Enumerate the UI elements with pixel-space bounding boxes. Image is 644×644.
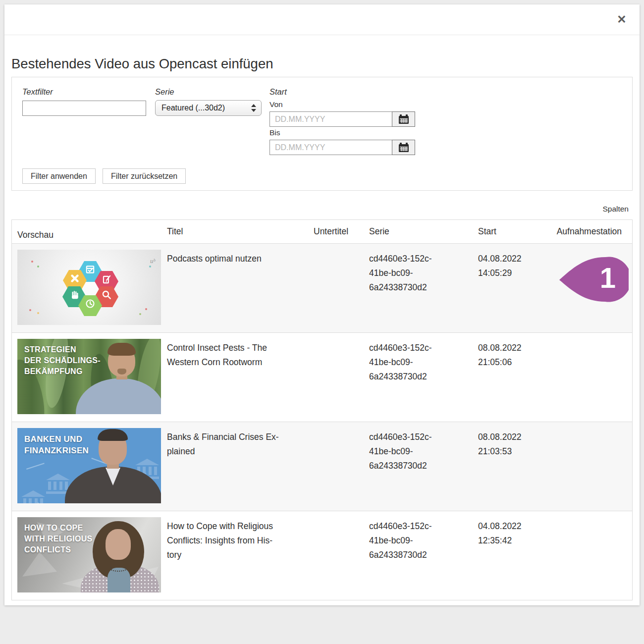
table-row[interactable]: HOW TO COPE WITH RELIGIOUS CONFLICTSHow …: [12, 511, 632, 600]
video-start: 04.08.2022 14:05:29: [478, 244, 551, 332]
decor-dot: [139, 313, 141, 315]
hand-icon: [69, 289, 80, 305]
video-start: 04.08.2022 12:35:42: [478, 511, 551, 600]
bis-calendar-button[interactable]: [392, 140, 415, 155]
filter-apply-button[interactable]: Filter anwenden: [22, 168, 96, 184]
video-serie: cd4460e3-152c- 41be-bc09- 6a24338730d2: [369, 244, 478, 332]
decor-dot: [149, 266, 151, 268]
serie-selected-value: Featured (...30d2): [161, 104, 225, 112]
video-aufnahmestation: [551, 333, 627, 422]
video-serie: cd4460e3-152c- 41be-bc09- 6a24338730d2: [369, 422, 478, 511]
filter-panel: Textfilter Serie Featured (...30d2) Star…: [11, 77, 633, 191]
serie-label: Serie: [155, 87, 174, 97]
video-untertitel: [314, 333, 369, 422]
header-titel: Titel: [167, 224, 314, 239]
decor-dot: [29, 309, 31, 311]
decor-dot: [145, 308, 147, 310]
page-title: Bestehendes Video aus Opencast einfügen: [11, 56, 273, 72]
decor-dot: [37, 266, 39, 268]
header-aufnahmestation: Aufnahmestation: [551, 224, 627, 239]
textfilter-label: Textfilter: [22, 87, 53, 97]
person-beard: [117, 369, 126, 375]
table-row[interactable]: BANKEN UND FINANZKRISENBanks & Financial…: [12, 422, 632, 511]
video-title: Control Insect Pests - The Western Corn …: [167, 333, 314, 422]
calendar-check-icon: [85, 264, 96, 279]
video-serie: cd4460e3-152c- 41be-bc09- 6a24338730d2: [369, 511, 478, 600]
x-mark-icon: [69, 273, 80, 288]
network-line: [26, 463, 45, 470]
video-thumbnail: STRATEGIEN DER SCHÄDLINGS- BEKÄMPFUNG: [17, 339, 161, 414]
video-aufnahmestation: [551, 422, 627, 511]
bis-label: Bis: [269, 128, 280, 137]
thumbnail-caption: HOW TO COPE WITH RELIGIOUS CONFLICTS: [24, 523, 93, 555]
video-start: 08.08.2022 21:05:06: [478, 333, 551, 422]
preview-cell: HOW TO COPE WITH RELIGIOUS CONFLICTS: [12, 511, 167, 600]
video-table: Vorschau Titel Untertitel Serie Start Au…: [11, 219, 633, 600]
opencast-insert-modal: ✕ Bestehendes Video aus Opencast einfüge…: [4, 4, 640, 605]
bank-icon: [21, 490, 45, 503]
necklace: [110, 567, 126, 572]
start-label: Start: [269, 87, 287, 97]
person-hair: [98, 429, 128, 441]
table-body: uᵇPodcasts optimal nutzencd4460e3-152c- …: [12, 243, 632, 600]
textfilter-input[interactable]: [22, 101, 146, 116]
select-arrows-icon: [251, 104, 256, 112]
video-title: Podcasts optimal nutzen: [167, 244, 314, 332]
video-aufnahmestation: [551, 244, 627, 332]
person-head: [106, 529, 131, 560]
header-untertitel: Untertitel: [314, 224, 369, 239]
header-start: Start: [478, 224, 551, 239]
header-serie: Serie: [369, 224, 478, 239]
decor-dot: [37, 312, 39, 314]
table-row[interactable]: uᵇPodcasts optimal nutzencd4460e3-152c- …: [12, 243, 632, 332]
preview-cell: uᵇ: [12, 244, 167, 332]
video-start: 08.08.2022 21:03:53: [478, 422, 551, 511]
close-icon[interactable]: ✕: [614, 11, 630, 27]
calendar-icon: [398, 114, 409, 124]
thumbnail-caption: BANKEN UND FINANZKRISEN: [24, 433, 89, 457]
serie-select[interactable]: Featured (...30d2): [155, 100, 262, 116]
table-row[interactable]: STRATEGIEN DER SCHÄDLINGS- BEKÄMPFUNGCon…: [12, 332, 632, 422]
video-thumbnail: HOW TO COPE WITH RELIGIOUS CONFLICTS: [17, 517, 161, 592]
von-calendar-button[interactable]: [392, 111, 415, 127]
modal-topbar: ✕: [4, 4, 640, 35]
table-header-row: Vorschau Titel Untertitel Serie Start Au…: [12, 220, 632, 243]
preview-cell: BANKEN UND FINANZKRISEN: [12, 422, 167, 511]
video-untertitel: [314, 244, 369, 332]
magnifier-icon: [101, 289, 112, 305]
von-label: Von: [269, 100, 283, 109]
preview-cell: STRATEGIEN DER SCHÄDLINGS- BEKÄMPFUNG: [12, 333, 167, 422]
video-thumbnail: uᵇ: [17, 250, 161, 325]
filter-reset-button[interactable]: Filter zurücksetzen: [103, 168, 186, 184]
person-hair: [107, 343, 136, 356]
video-serie: cd4460e3-152c- 41be-bc09- 6a24338730d2: [369, 333, 478, 422]
columns-menu-toggle[interactable]: Spalten: [602, 205, 629, 214]
abstract-shard: [22, 552, 57, 577]
video-title: Banks & Financial Crises Ex- plained: [167, 422, 314, 511]
calendar-icon: [398, 143, 409, 153]
video-untertitel: [314, 422, 369, 511]
date-von-input[interactable]: [269, 111, 392, 127]
video-aufnahmestation: [551, 511, 627, 600]
video-thumbnail: BANKEN UND FINANZKRISEN: [17, 428, 161, 503]
date-bis-input[interactable]: [269, 140, 392, 155]
decor-dot: [31, 261, 33, 263]
thumbnail-caption: STRATEGIEN DER SCHÄDLINGS- BEKÄMPFUNG: [24, 344, 101, 377]
video-untertitel: [314, 511, 369, 600]
header-vorschau: Vorschau: [12, 221, 167, 242]
video-title: How to Cope with Religious Conflicts: In…: [167, 511, 314, 600]
clock-icon: [85, 298, 96, 314]
